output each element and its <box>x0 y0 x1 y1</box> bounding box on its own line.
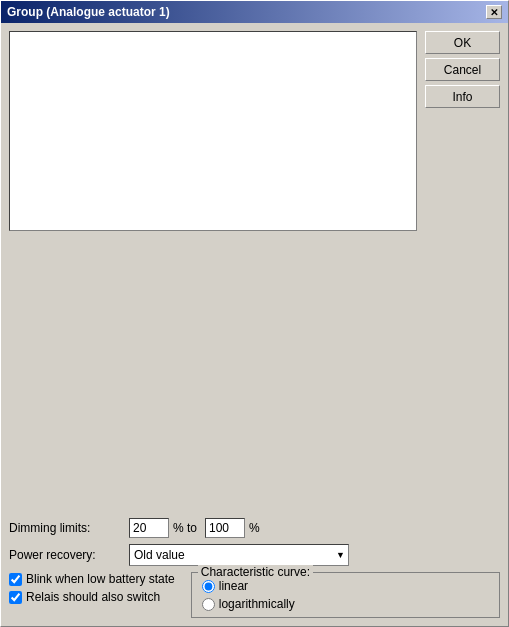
window-title: Group (Analogue actuator 1) <box>7 5 170 19</box>
blink-checkbox[interactable] <box>9 573 22 586</box>
button-group: OK Cancel Info <box>425 31 500 267</box>
close-button[interactable]: ✕ <box>486 5 502 19</box>
blink-label: Blink when low battery state <box>26 572 175 586</box>
ok-button[interactable]: OK <box>425 31 500 54</box>
checkbox2-row: Relais should also switch <box>9 590 175 604</box>
radio-linear-label: linear <box>219 579 248 593</box>
main-window: Group (Analogue actuator 1) ✕ OK Cancel … <box>0 0 509 627</box>
dimming-from-input[interactable] <box>129 518 169 538</box>
window-content: OK Cancel Info Dimming limits: % to % Po… <box>1 23 508 626</box>
dimming-limits-label: Dimming limits: <box>9 521 129 535</box>
characteristic-curve-group: Characteristic curve: linear logarithmic… <box>191 572 500 618</box>
info-button[interactable]: Info <box>425 85 500 108</box>
dimming-limits-row: Dimming limits: % to % <box>9 518 500 538</box>
radio-linear-row: linear <box>202 579 489 593</box>
dimming-to-input[interactable] <box>205 518 245 538</box>
bottom-section: Dimming limits: % to % Power recovery: O… <box>9 510 500 618</box>
radio-logarithmically[interactable] <box>202 598 215 611</box>
checkbox1-row: Blink when low battery state <box>9 572 175 586</box>
pct-to-label: % to <box>173 521 197 535</box>
power-recovery-select-wrapper: Old value 0% 100% Last value <box>129 544 349 566</box>
characteristic-curve-legend: Characteristic curve: <box>198 565 313 579</box>
radio-log-row: logarithmically <box>202 597 489 611</box>
power-recovery-select[interactable]: Old value 0% 100% Last value <box>129 544 349 566</box>
pct-label: % <box>249 521 260 535</box>
relais-checkbox[interactable] <box>9 591 22 604</box>
radio-linear[interactable] <box>202 580 215 593</box>
relais-label: Relais should also switch <box>26 590 160 604</box>
radio-log-label: logarithmically <box>219 597 295 611</box>
top-section: OK Cancel Info <box>9 31 500 267</box>
list-area[interactable] <box>9 31 417 231</box>
cancel-button[interactable]: Cancel <box>425 58 500 81</box>
power-recovery-row: Power recovery: Old value 0% 100% Last v… <box>9 544 500 566</box>
checkboxes-and-radio: Blink when low battery state Relais shou… <box>9 572 500 618</box>
checkbox-group: Blink when low battery state Relais shou… <box>9 572 175 618</box>
power-recovery-label: Power recovery: <box>9 548 129 562</box>
title-bar: Group (Analogue actuator 1) ✕ <box>1 1 508 23</box>
